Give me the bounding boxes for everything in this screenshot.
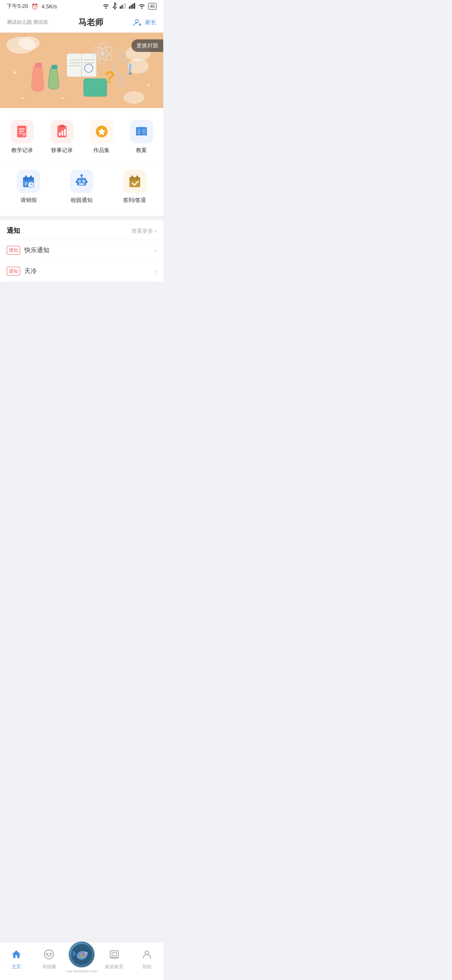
status-bar: 下午5:20 ⏰ 4.5K/s 46 xyxy=(0,0,163,13)
notice-item-1[interactable]: 通知 快乐通知 › xyxy=(7,240,157,261)
notice-item-1-left: 通知 快乐通知 xyxy=(7,246,49,255)
svg-line-41 xyxy=(23,134,26,134)
svg-point-8 xyxy=(136,19,139,22)
svg-rect-79 xyxy=(136,175,138,179)
svg-rect-45 xyxy=(62,131,63,136)
wifi-icon xyxy=(102,3,110,10)
svg-rect-22 xyxy=(35,63,42,67)
svg-rect-73 xyxy=(79,183,84,185)
notice-text-1: 快乐通知 xyxy=(24,246,49,254)
checkin-button[interactable]: 签到/签退 xyxy=(110,166,159,207)
incident-record-icon xyxy=(50,120,74,143)
svg-rect-57 xyxy=(23,177,34,181)
school-class-label: 测试幼儿园 测试班 xyxy=(7,19,48,26)
svg-point-13 xyxy=(123,91,144,104)
person-switch-icon xyxy=(133,18,142,27)
teaching-record-label: 教学记录 xyxy=(11,147,33,154)
secondary-icon-grid: 请销假 xyxy=(0,162,163,216)
svg-text:✦: ✦ xyxy=(61,96,64,101)
alarm-icon: ⏰ xyxy=(31,3,38,10)
status-right: 46 xyxy=(102,2,157,11)
svg-rect-77 xyxy=(129,177,140,181)
notice-tag-2: 通知 xyxy=(7,267,20,276)
svg-text:✦: ✦ xyxy=(21,96,24,101)
svg-point-26 xyxy=(128,59,149,74)
notice-arrow-1: › xyxy=(154,247,157,254)
change-cover-button[interactable]: 更换封面 xyxy=(131,39,163,52)
svg-rect-58 xyxy=(25,175,27,179)
header: 测试幼儿园 测试班 马老师 家长 xyxy=(0,13,163,33)
svg-point-11 xyxy=(19,36,40,50)
chevron-right-icon: › xyxy=(155,228,157,234)
svg-rect-7 xyxy=(134,3,135,9)
signal-icon1 xyxy=(120,3,126,10)
svg-rect-0 xyxy=(120,6,121,9)
notice-more-button[interactable]: 查看更多 › xyxy=(131,227,157,235)
teaching-record-button[interactable]: 教学记录 xyxy=(4,116,40,157)
svg-rect-78 xyxy=(131,175,133,179)
campus-notice-button[interactable]: 校园通知 xyxy=(57,166,106,207)
status-speed: 4.5K/s xyxy=(41,3,57,10)
svg-rect-75 xyxy=(86,181,87,183)
wifi-icon2 xyxy=(138,3,146,10)
svg-rect-6 xyxy=(132,4,134,9)
incident-record-label: 轶事记录 xyxy=(51,147,73,154)
notice-section: 通知 查看更多 › 通知 快乐通知 › 通知 天冷 › xyxy=(0,220,163,282)
signal-icon2 xyxy=(129,3,136,10)
svg-point-35 xyxy=(100,52,105,56)
svg-rect-3 xyxy=(125,3,126,9)
leave-label: 请销假 xyxy=(21,196,37,204)
notice-item-2-left: 通知 天冷 xyxy=(7,267,37,276)
portfolio-label: 作品集 xyxy=(93,147,110,154)
svg-rect-4 xyxy=(129,6,130,9)
parent-switch[interactable]: 家长 xyxy=(133,18,157,27)
parent-label: 家长 xyxy=(145,19,157,26)
notice-section-title: 通知 xyxy=(7,227,20,235)
svg-text:✦: ✦ xyxy=(13,69,18,76)
svg-rect-46 xyxy=(64,129,66,136)
svg-text:✦: ✦ xyxy=(146,83,151,88)
svg-rect-1 xyxy=(121,5,123,9)
svg-point-68 xyxy=(80,174,83,177)
bluetooth-icon xyxy=(112,2,117,11)
portfolio-button[interactable]: 作品集 xyxy=(84,116,119,157)
teaching-record-icon xyxy=(10,120,34,143)
status-time: 下午5:20 xyxy=(7,3,28,10)
svg-rect-2 xyxy=(123,4,124,9)
notice-more-label: 查看更多 xyxy=(131,227,153,235)
svg-point-72 xyxy=(83,181,84,182)
svg-rect-5 xyxy=(131,5,132,9)
notice-tag-1: 通知 xyxy=(7,246,20,255)
banner: ? ! ✦ ✦ ✦ ✦ 更换封面 xyxy=(0,33,163,108)
svg-rect-23 xyxy=(51,65,57,69)
notice-section-header: 通知 查看更多 › xyxy=(7,220,157,240)
notice-arrow-2: › xyxy=(154,268,157,275)
checkin-label: 签到/签退 xyxy=(123,196,146,204)
leave-button[interactable]: 请销假 xyxy=(4,166,53,207)
portfolio-icon xyxy=(90,120,113,143)
campus-notice-label: 校园通知 xyxy=(71,196,92,204)
lesson-plan-label: 教案 xyxy=(136,147,147,154)
svg-point-71 xyxy=(79,181,80,182)
main-icon-grid: 教学记录 轶事记录 作品集 xyxy=(0,108,163,162)
status-left: 下午5:20 ⏰ 4.5K/s xyxy=(7,3,57,10)
notice-item-2[interactable]: 通知 天冷 › xyxy=(7,261,157,282)
notice-text-2: 天冷 xyxy=(24,267,37,275)
teacher-name: 马老师 xyxy=(78,17,103,28)
svg-rect-27 xyxy=(84,79,107,96)
leave-icon xyxy=(17,170,40,193)
svg-rect-43 xyxy=(59,125,64,127)
campus-notice-icon xyxy=(70,170,93,193)
battery-indicator: 46 xyxy=(148,3,157,10)
svg-rect-59 xyxy=(30,175,32,179)
svg-rect-74 xyxy=(76,181,77,183)
incident-record-button[interactable]: 轶事记录 xyxy=(44,116,80,157)
svg-rect-44 xyxy=(59,132,61,136)
lesson-plan-icon xyxy=(130,120,153,143)
checkin-icon xyxy=(123,170,146,193)
lesson-plan-button[interactable]: 教案 xyxy=(123,116,159,157)
